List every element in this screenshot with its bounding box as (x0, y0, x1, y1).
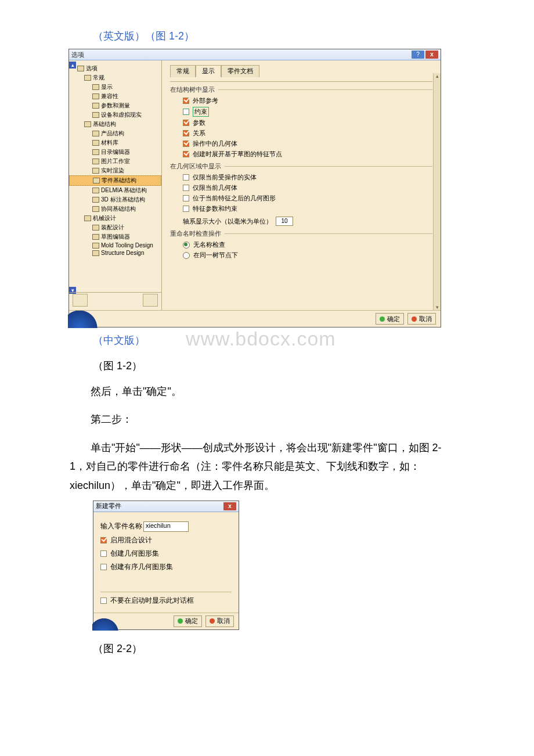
item-icon (92, 103, 99, 109)
checkbox-feature-constraint[interactable] (183, 206, 189, 212)
axis-size-input[interactable]: 10 (276, 217, 293, 226)
tree-label: 目录编辑器 (101, 148, 130, 156)
tree-label: Mold Tooling Design (101, 242, 153, 249)
help-button[interactable]: ? (412, 51, 424, 59)
checkbox-external-ref[interactable] (183, 98, 189, 104)
reset-icon[interactable] (73, 294, 88, 307)
tree-node-compat[interactable]: 兼容性 (69, 92, 161, 101)
tree-node-mech[interactable]: 机械设计 (69, 214, 161, 223)
tree-label: 实时渲染 (101, 167, 124, 175)
paragraph-then-click-ok: 然后，单击"确定"。 (70, 382, 453, 401)
item-icon (92, 225, 99, 231)
tree-label: 基础结构 (93, 120, 116, 128)
tree-node-sketch[interactable]: 草图编辑器 (69, 232, 161, 242)
opt-label: 外部参考 (193, 96, 218, 105)
tree-node-product[interactable]: 产品结构 (69, 129, 161, 138)
tree-label: 图片工作室 (101, 157, 130, 165)
checkbox-ordered-geom-set[interactable] (100, 564, 107, 570)
item-icon (92, 197, 99, 203)
tree-node-devices[interactable]: 设备和虚拟现实 (69, 110, 161, 120)
checkbox-body-in-op[interactable] (183, 141, 189, 147)
tree-label: 机械设计 (93, 214, 116, 222)
tree-node-params[interactable]: 参数和测量 (69, 101, 161, 110)
options-dialog: 选项 ? x ▴ 选项 常规 显示 兼容性 参数和测量 设备和虚拟现实 基础结构… (68, 49, 441, 327)
opt-label: 参数 (193, 118, 205, 127)
tree-label: 装配设计 (101, 224, 124, 232)
group-rename-check: 重命名时检查操作 (170, 229, 432, 238)
caption-fig-2-2: （图 2-2） (93, 642, 453, 656)
group-tree-display: 在结构树中显示 (170, 85, 432, 94)
caption-chinese-version: （中文版） (93, 333, 453, 347)
ok-button[interactable]: 确定 (174, 615, 202, 627)
folder-icon (84, 215, 91, 221)
cancel-button[interactable]: 取消 (205, 615, 234, 627)
folder-icon (84, 121, 91, 127)
tree-node-display[interactable]: 显示 (69, 82, 161, 92)
checkbox-expand-sketch[interactable] (183, 151, 189, 157)
ok-label: 确定 (387, 315, 400, 323)
tab-general[interactable]: 常规 (170, 65, 196, 77)
tree-label: 设备和虚拟现实 (101, 111, 142, 119)
checkbox-param[interactable] (183, 120, 189, 126)
item-icon (92, 243, 99, 249)
part-name-input[interactable]: xiechilun (143, 521, 189, 532)
tab-partdoc[interactable]: 零件文档 (221, 65, 259, 77)
tree-node-part-infra[interactable]: 零件基础结构 (69, 175, 161, 186)
item-icon (92, 168, 99, 174)
checkbox-hybrid-design[interactable] (100, 537, 107, 543)
tree-label: 零件基础结构 (102, 177, 136, 185)
tree-node-general[interactable]: 常规 (69, 73, 161, 82)
tree-node-delmia[interactable]: DELMIA 基础结构 (69, 186, 161, 195)
checkbox-relation[interactable] (183, 130, 189, 136)
cancel-label: 取消 (419, 315, 432, 323)
tree-node-options[interactable]: 选项 (69, 64, 161, 73)
opt-label: 启用混合设计 (110, 535, 152, 545)
tree-node-collab[interactable]: 协同基础结构 (69, 204, 161, 214)
globe-icon (92, 615, 120, 631)
radio-same-node[interactable] (183, 252, 190, 259)
close-button[interactable]: x (425, 51, 438, 59)
cancel-button[interactable]: 取消 (407, 313, 436, 325)
tree-node-photo[interactable]: 图片工作室 (69, 157, 161, 166)
content-scrollbar[interactable] (433, 73, 441, 310)
checkbox-only-geom[interactable] (183, 185, 189, 191)
tree-label: 3D 标注基础结构 (101, 196, 145, 204)
folder-icon (84, 75, 91, 81)
paragraph-new-part-desc: 单击"开始"——形状——创成式外形设计，将会出现"新建零件"窗口，如图 2-1，… (70, 438, 453, 495)
close-button[interactable]: x (223, 502, 236, 510)
tree-node-infra[interactable]: 基础结构 (69, 120, 161, 129)
opt-label: 仅限当前受操作的实体 (193, 173, 257, 182)
export-icon[interactable] (143, 294, 158, 307)
tree-node-3dannot[interactable]: 3D 标注基础结构 (69, 195, 161, 204)
checkbox-geom-set[interactable] (100, 550, 107, 557)
part-name-label: 输入零件名称 (100, 521, 142, 531)
tree-node-material[interactable]: 材料库 (69, 138, 161, 147)
tree-label: 兼容性 (101, 92, 118, 100)
tree-node-assembly[interactable]: 装配设计 (69, 223, 161, 232)
ok-dot-icon (178, 618, 183, 624)
opt-label: 无名称检查 (193, 240, 225, 249)
tree-node-realtime[interactable]: 实时渲染 (69, 166, 161, 175)
tree-node-structure[interactable]: Structure Design (69, 249, 161, 257)
tab-display[interactable]: 显示 (196, 65, 221, 77)
opt-label: 不要在启动时显示此对话框 (110, 596, 194, 606)
checkbox-only-solid[interactable] (183, 174, 189, 181)
ok-button[interactable]: 确定 (376, 313, 404, 325)
opt-label: 关系 (193, 129, 205, 138)
checkbox-constraint[interactable] (183, 109, 189, 115)
new-part-titlebar: 新建零件 x (93, 501, 239, 512)
item-icon (92, 206, 99, 212)
tree-label: 草图编辑器 (101, 233, 130, 241)
item-icon (92, 140, 99, 146)
checkbox-after-feature[interactable] (183, 195, 189, 201)
tree-node-mold[interactable]: Mold Tooling Design (69, 242, 161, 249)
item-icon (92, 234, 99, 240)
folder-icon (77, 66, 84, 71)
radio-no-name-check[interactable] (183, 242, 190, 249)
options-content: 常规 显示 零件文档 在结构树中显示 外部参考 约束 参数 关系 操作中的几何体… (162, 60, 441, 310)
caption-english-version: （英文版）（图 1-2） (93, 29, 453, 43)
tree-node-catalog[interactable]: 目录编辑器 (69, 147, 161, 157)
tree-label: DELMIA 基础结构 (101, 186, 147, 195)
opt-label: 约束 (193, 107, 209, 117)
checkbox-dont-knotshow[interactable] (100, 597, 107, 604)
